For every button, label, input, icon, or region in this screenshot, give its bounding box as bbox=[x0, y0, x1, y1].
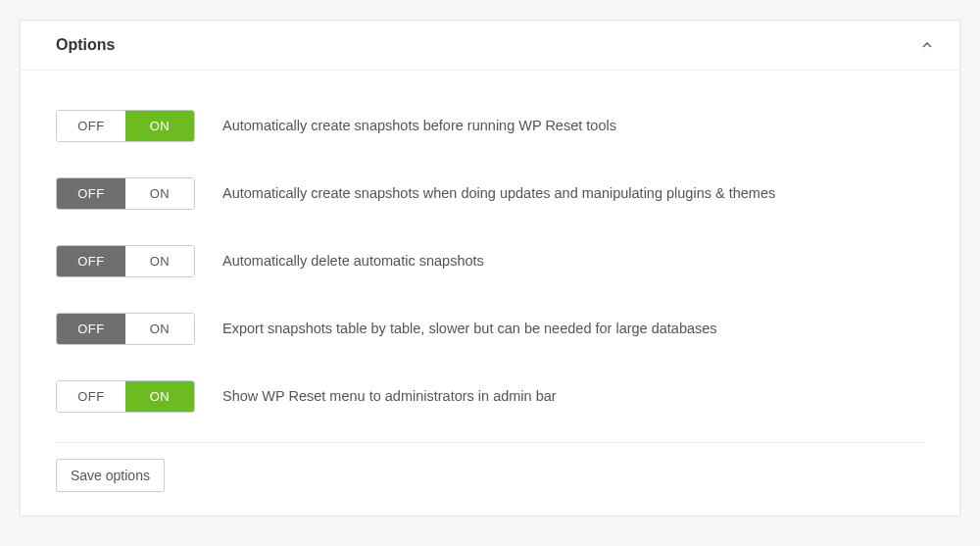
toggle-off[interactable]: OFF bbox=[57, 246, 125, 276]
option-label: Automatically create snapshots before ru… bbox=[222, 116, 616, 135]
divider bbox=[56, 442, 924, 443]
option-row: OFF ON Export snapshots table by table, … bbox=[56, 295, 924, 363]
toggle-off[interactable]: OFF bbox=[57, 381, 125, 412]
option-row: OFF ON Automatically create snapshots be… bbox=[56, 92, 924, 160]
options-panel: Options OFF ON Automatically create snap… bbox=[20, 20, 960, 517]
option-row: OFF ON Automatically create snapshots wh… bbox=[56, 160, 924, 227]
toggle-on[interactable]: ON bbox=[125, 246, 194, 276]
toggle-auto-snapshot-tools[interactable]: OFF ON bbox=[56, 110, 195, 142]
options-panel-header[interactable]: Options bbox=[21, 21, 959, 71]
chevron-up-icon bbox=[918, 36, 936, 54]
options-panel-body: OFF ON Automatically create snapshots be… bbox=[21, 71, 959, 516]
option-row: OFF ON Show WP Reset menu to administrat… bbox=[56, 363, 924, 430]
toggle-show-admin-bar-menu[interactable]: OFF ON bbox=[56, 380, 195, 413]
option-label: Show WP Reset menu to administrators in … bbox=[222, 386, 557, 406]
toggle-on[interactable]: ON bbox=[125, 178, 194, 209]
option-label: Automatically delete automatic snapshots bbox=[222, 251, 484, 271]
save-options-button[interactable]: Save options bbox=[56, 459, 165, 492]
option-label: Automatically create snapshots when doin… bbox=[222, 183, 775, 203]
toggle-off[interactable]: OFF bbox=[57, 111, 125, 141]
option-label: Export snapshots table by table, slower … bbox=[222, 319, 717, 338]
toggle-off[interactable]: OFF bbox=[57, 178, 125, 209]
toggle-auto-delete-snapshots[interactable]: OFF ON bbox=[56, 245, 195, 277]
option-row: OFF ON Automatically delete automatic sn… bbox=[56, 227, 924, 295]
toggle-on[interactable]: ON bbox=[125, 314, 194, 344]
toggle-auto-snapshot-updates[interactable]: OFF ON bbox=[56, 177, 195, 210]
panel-title: Options bbox=[56, 36, 115, 54]
toggle-off[interactable]: OFF bbox=[57, 314, 125, 344]
toggle-on[interactable]: ON bbox=[125, 381, 194, 412]
toggle-export-table-by-table[interactable]: OFF ON bbox=[56, 313, 195, 345]
toggle-on[interactable]: ON bbox=[125, 111, 194, 141]
